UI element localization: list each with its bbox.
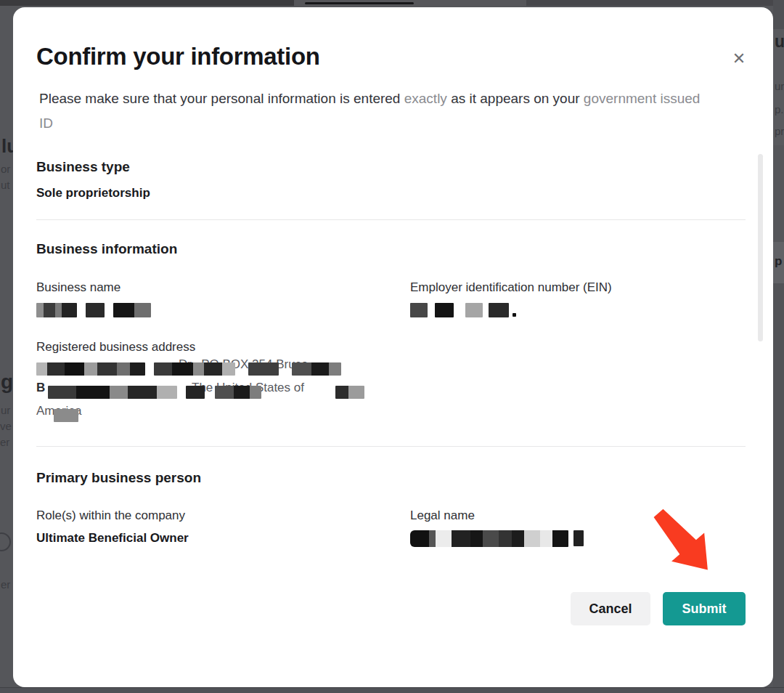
bg-text-fragment: ut — [1, 179, 10, 191]
bg-text-fragment: u — [775, 32, 784, 52]
business-information-heading: Business information — [36, 240, 746, 258]
ein-field: Employer identification number (EIN) — [410, 280, 746, 319]
bg-text-fragment: ve — [0, 420, 12, 432]
subtitle-text: as it appears on your — [447, 91, 584, 106]
business-type-value: Sole proprietorship — [36, 185, 746, 201]
bg-text-fragment: pr — [775, 125, 784, 137]
bg-radio-button — [0, 532, 11, 551]
legal-name-label: Legal name — [410, 508, 746, 524]
role-field: Role(s) within the company Ultimate Bene… — [36, 508, 410, 547]
dimmed-page-left-edge: lu or ut gr ur ve er er — [0, 0, 13, 693]
modal-scrollbar-thumb[interactable] — [758, 154, 763, 341]
business-name-field: Business name — [36, 280, 410, 319]
registered-address-redacted-line: Dr., PO BOX 254 Bruce — [36, 355, 746, 378]
registered-address-redacted-line: America — [36, 402, 746, 425]
business-type-heading: Business type — [36, 158, 746, 176]
bg-text-fragment: p. — [775, 103, 784, 115]
close-icon[interactable]: ✕ — [730, 49, 748, 68]
bg-text-fragment: lu — [1, 135, 13, 158]
browser-top-bar-right — [526, 0, 784, 6]
bg-text-fragment: or — [1, 163, 10, 175]
modal-action-bar: Cancel Submit — [36, 592, 746, 625]
bg-text-fragment: gr — [1, 370, 13, 394]
confirm-information-modal: Confirm your information ✕ Please make s… — [13, 7, 773, 687]
divider — [36, 446, 746, 447]
primary-person-heading: Primary business person — [36, 469, 746, 487]
dimmed-page-right-edge: u ur p. pr p — [773, 0, 784, 693]
role-label: Role(s) within the company — [36, 508, 410, 524]
business-name-label: Business name — [36, 280, 410, 296]
legal-name-redacted-value — [410, 530, 746, 547]
bg-text-fragment: er — [1, 578, 10, 591]
bg-text-fragment: ur — [1, 404, 10, 416]
modal-subtitle: Please make sure that your personal info… — [39, 86, 714, 136]
business-name-redacted-value — [36, 301, 410, 319]
registered-address-label: Registered business address — [36, 339, 746, 355]
submit-button[interactable]: Submit — [663, 592, 746, 625]
role-value: Ultimate Beneficial Owner — [36, 530, 410, 546]
modal-title: Confirm your information — [36, 42, 746, 71]
ein-label: Employer identification number (EIN) — [410, 280, 746, 296]
browser-top-bar — [0, 0, 784, 6]
dimmed-page-bottom-edge — [0, 687, 784, 693]
legal-name-field: Legal name — [410, 508, 746, 547]
address-ghost-text: B — [36, 380, 45, 396]
registered-address-redacted-line: B The United States of — [36, 378, 746, 402]
cancel-button[interactable]: Cancel — [571, 592, 650, 625]
bg-text-fragment: p — [775, 254, 782, 269]
bg-text-fragment: ur — [775, 80, 784, 92]
ein-redacted-value — [410, 301, 746, 319]
bg-text-fragment: er — [0, 436, 9, 448]
browser-tab-underline — [305, 2, 414, 4]
subtitle-emphasis-exactly: exactly — [404, 91, 447, 106]
divider — [36, 219, 746, 220]
subtitle-text: Please make sure that your personal info… — [39, 91, 404, 106]
